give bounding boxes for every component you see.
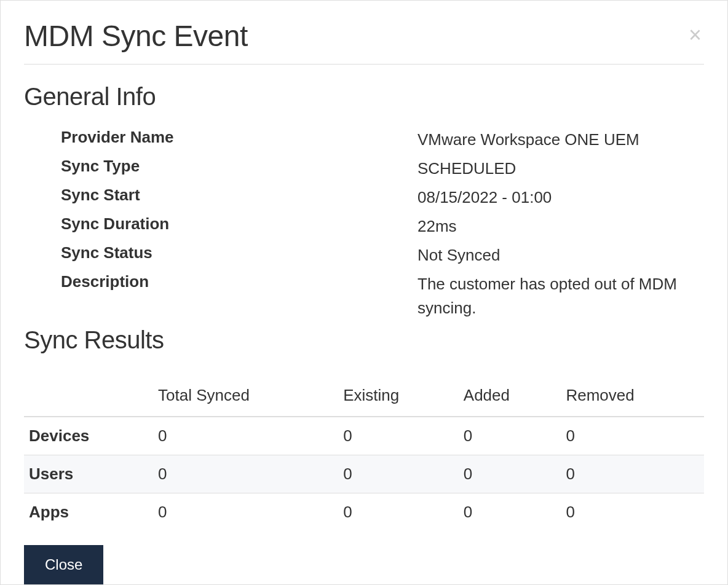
table-row: Apps 0 0 0 0 [24,493,704,532]
sync-type-label: Sync Type [61,157,417,181]
sync-start-label: Sync Start [61,186,417,210]
close-icon[interactable]: × [686,24,704,46]
cell-apps-removed: 0 [561,493,704,532]
table-row: Devices 0 0 0 0 [24,417,704,455]
cell-devices-removed: 0 [561,417,704,455]
sync-duration-label: Sync Duration [61,214,417,238]
sync-status-value: Not Synced [417,243,704,267]
modal-container: MDM Sync Event × General Info Provider N… [0,0,728,585]
cell-devices-existing: 0 [338,417,459,455]
cell-users-added: 0 [459,455,561,493]
sync-status-label: Sync Status [61,243,417,267]
col-header-existing: Existing [338,379,459,417]
table-header-row: Total Synced Existing Added Removed [24,379,704,417]
modal-footer: Close [24,545,103,584]
cell-users-removed: 0 [561,455,704,493]
general-info-heading: General Info [24,83,704,111]
cell-apps-total: 0 [153,493,338,532]
cell-devices-total: 0 [153,417,338,455]
table-row: Users 0 0 0 0 [24,455,704,493]
cell-devices-added: 0 [459,417,561,455]
description-value: The customer has opted out of MDM syncin… [417,272,704,320]
sync-type-value: SCHEDULED [417,157,704,181]
general-info-grid: Provider Name VMware Workspace ONE UEM S… [61,128,704,320]
cell-users-total: 0 [153,455,338,493]
row-label-devices: Devices [24,417,153,455]
sync-results-heading: Sync Results [24,326,704,354]
cell-users-existing: 0 [338,455,459,493]
col-header-added: Added [459,379,561,417]
cell-apps-existing: 0 [338,493,459,532]
row-label-users: Users [24,455,153,493]
sync-results-table: Total Synced Existing Added Removed Devi… [24,379,704,531]
col-header-blank [24,379,153,417]
close-button[interactable]: Close [24,545,103,584]
provider-name-value: VMware Workspace ONE UEM [417,128,704,152]
col-header-removed: Removed [561,379,704,417]
col-header-total-synced: Total Synced [153,379,338,417]
provider-name-label: Provider Name [61,128,417,152]
row-label-apps: Apps [24,493,153,532]
cell-apps-added: 0 [459,493,561,532]
description-label: Description [61,272,417,320]
sync-start-value: 08/15/2022 - 01:00 [417,186,704,210]
modal-header: MDM Sync Event × [24,19,704,65]
sync-duration-value: 22ms [417,214,704,238]
modal-title: MDM Sync Event [24,19,248,53]
